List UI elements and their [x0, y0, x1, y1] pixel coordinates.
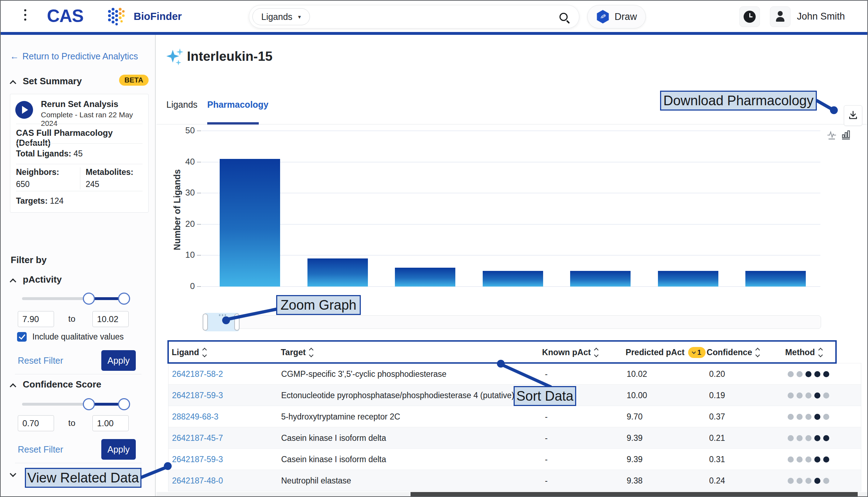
y-axis-tick-label: 20: [173, 219, 195, 229]
method-dot-inactive: [788, 456, 794, 463]
method-dots: [788, 406, 832, 427]
ligand-link[interactable]: 2642187-59-3: [172, 449, 223, 470]
column-header-known-pact[interactable]: Known pAct: [542, 342, 598, 363]
y-axis-tick-label: 30: [173, 188, 195, 198]
slider-handle-min[interactable]: [83, 398, 95, 410]
return-to-predictive-analytics-link[interactable]: ← Return to Predictive Analytics: [10, 51, 138, 62]
slider-handle-max[interactable]: [118, 293, 130, 305]
ligand-link[interactable]: 288249-68-3: [172, 406, 218, 427]
filter-by-heading: Filter by: [11, 255, 47, 266]
target-name: 5-hydroxytryptamine receptor 2C: [281, 406, 400, 427]
pactivity-max-input[interactable]: [92, 311, 129, 327]
pactivity-section-header[interactable]: pActivity: [1, 274, 156, 287]
confidence-value: 0.31: [709, 449, 725, 470]
method-dots: [788, 363, 832, 385]
column-header-target[interactable]: Target: [281, 342, 313, 363]
rerun-play-button[interactable]: [15, 101, 33, 119]
chevron-up-icon: [202, 348, 207, 352]
include-qualitative-checkbox[interactable]: [17, 332, 27, 342]
confidence-value: 0.37: [709, 406, 725, 427]
known-pact-value: -: [545, 449, 548, 470]
ligand-link[interactable]: 2642187-48-0: [172, 470, 223, 491]
column-header-predicted-pact[interactable]: Predicted pAct1: [626, 342, 706, 363]
ligand-link[interactable]: 2642187-45-7: [172, 427, 223, 449]
back-arrow-icon: ←: [10, 51, 19, 62]
method-dots: [788, 385, 832, 406]
known-pact-value: -: [545, 470, 548, 491]
app-menu-kebab-icon[interactable]: [24, 9, 31, 25]
chevron-down-icon: [202, 353, 207, 357]
method-dot-inactive: [788, 371, 794, 377]
known-pact-value: -: [545, 406, 548, 427]
draw-button[interactable]: ✎ Draw: [587, 5, 646, 28]
chevron-down-icon: [818, 353, 823, 357]
method-dots: [788, 470, 832, 491]
chevron-up-icon: [10, 278, 16, 285]
chart-bar: [307, 258, 368, 287]
chevron-up-icon: [10, 80, 16, 86]
known-pact-value: -: [545, 427, 548, 449]
chevron-up-icon: [755, 348, 760, 352]
account-button[interactable]: [770, 6, 791, 27]
ligand-link[interactable]: 2642187-59-3: [172, 385, 223, 406]
table-row: 2642187-59-3Casein kinase I isoform delt…: [168, 448, 861, 470]
set-summary-title: Set Summary: [23, 76, 82, 87]
zoom-grip-icon: [219, 314, 226, 316]
include-qualitative-row: Include qualitative values: [17, 332, 124, 342]
search-icon[interactable]: [559, 13, 568, 21]
callout-view-related-data: View Related Data: [25, 468, 141, 488]
slider-handle-min[interactable]: [83, 293, 95, 305]
column-label: Predicted pAct: [626, 348, 685, 357]
method-dot-inactive: [797, 435, 803, 441]
include-qualitative-label: Include qualitative values: [32, 332, 124, 342]
user-icon: [774, 11, 786, 23]
column-label: Confidence: [707, 348, 752, 357]
column-header-ligand[interactable]: Ligand: [172, 342, 206, 363]
method-dot-inactive: [788, 414, 794, 420]
search-scope-dropdown[interactable]: Ligands ▾: [252, 8, 310, 25]
search-input[interactable]: [310, 12, 559, 22]
ligand-link[interactable]: 2642187-58-2: [172, 363, 223, 385]
pactivity-apply-button[interactable]: Apply: [101, 350, 136, 371]
confidence-min-input[interactable]: [18, 415, 54, 431]
chart-gridline: [202, 162, 820, 162]
slider-handle-max[interactable]: [118, 398, 130, 410]
chevron-down-icon: [309, 353, 314, 357]
y-axis-tick-label: 50: [173, 125, 195, 135]
horizontal-scrollbar-thumb[interactable]: [411, 492, 858, 496]
pactivity-reset-filter-link[interactable]: Reset Filter: [18, 356, 63, 366]
method-dot-active: [814, 478, 820, 484]
chart-gridline: [202, 193, 820, 193]
total-ligands-stat: Total Ligands: 45: [16, 149, 82, 159]
chevron-down-icon: [692, 350, 696, 354]
chevron-up-icon: [309, 348, 314, 352]
range-to-label: to: [54, 314, 90, 324]
chart-bar: [570, 271, 631, 287]
chart-zoom-track[interactable]: [204, 315, 821, 329]
rerun-status: Complete - Last ran 22 May 2024: [41, 111, 148, 128]
confidence-max-input[interactable]: [92, 415, 129, 431]
pactivity-min-input[interactable]: [18, 311, 54, 327]
column-label: Ligand: [172, 348, 199, 357]
predicted-pact-value: 9.39: [627, 449, 643, 470]
recent-history-button[interactable]: [739, 6, 760, 27]
collapsed-section-chevron-down-icon[interactable]: [10, 470, 16, 477]
horizontal-scrollbar-track[interactable]: [156, 492, 867, 496]
table-row: 2642187-58-2CGMP-specific 3',5'-cyclic p…: [168, 363, 861, 384]
set-summary-section-header[interactable]: Set Summary BETA: [1, 75, 156, 88]
column-header-confidence[interactable]: Confidence: [707, 342, 759, 363]
y-axis-tick: [197, 162, 201, 162]
zoom-handle-right[interactable]: [234, 314, 240, 331]
y-axis-tick: [197, 130, 201, 131]
y-axis-tick: [197, 255, 201, 256]
method-dot-inactive: [797, 414, 803, 420]
column-label: Method: [785, 348, 815, 357]
confidence-reset-filter-link[interactable]: Reset Filter: [18, 444, 63, 455]
column-header-method[interactable]: Method: [785, 342, 822, 363]
zoom-handle-left[interactable]: [203, 314, 208, 331]
confidence-apply-button[interactable]: Apply: [101, 439, 136, 460]
table-body: 2642187-58-2CGMP-specific 3',5'-cyclic p…: [168, 363, 861, 491]
method-dot-inactive: [823, 414, 829, 420]
metabolites-stat: Metabolites:245: [86, 167, 146, 189]
confidence-section-header[interactable]: Confidence Score: [1, 379, 156, 391]
